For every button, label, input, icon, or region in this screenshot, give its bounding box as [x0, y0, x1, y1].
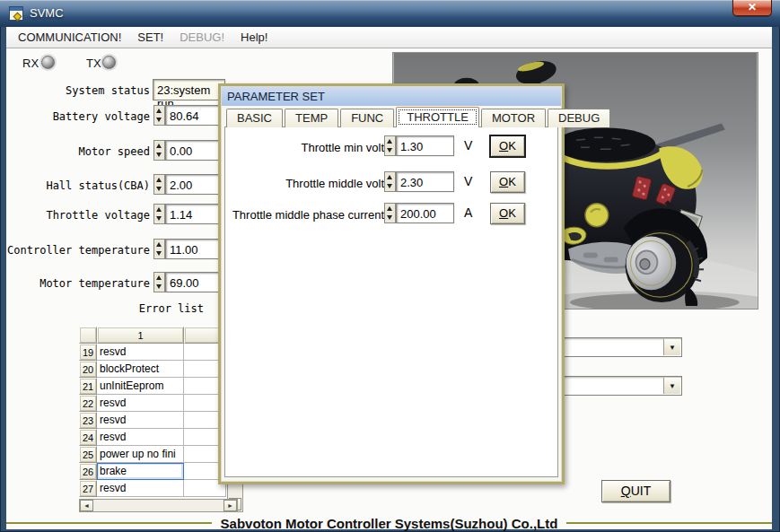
- tab-basic[interactable]: BASIC: [226, 109, 283, 127]
- throttle-middle-phase-current-value[interactable]: 200.00: [396, 203, 454, 223]
- throttle-middle-volt-unit: V: [464, 174, 472, 188]
- row-number: 24: [79, 429, 97, 446]
- scroll-left-icon[interactable]: ◄: [80, 500, 93, 511]
- footer-text: Sabvoton Motor Controller Systems(Suzhou…: [212, 516, 567, 531]
- table-row[interactable]: 23resvd: [79, 412, 226, 429]
- error-cell[interactable]: resvd: [97, 429, 184, 446]
- table-corner-cell: [79, 327, 97, 344]
- menu-bar: COMMUNICATION! SET! DEBUG! Help!: [6, 27, 772, 48]
- table-header-row: 1: [79, 327, 226, 344]
- throttle-middle-volt-label: Throttle middle volt: [223, 177, 384, 190]
- table-row[interactable]: 22resvd: [79, 395, 226, 412]
- motor-speed-spinner[interactable]: [153, 140, 165, 161]
- rx-led-icon: [41, 56, 55, 69]
- table-row[interactable]: 25power up no fini: [79, 446, 226, 463]
- system-status-value: 23:system run: [153, 79, 225, 100]
- table-horizontal-scrollbar[interactable]: ◄ ►: [79, 499, 238, 512]
- throttle-min-volt-spinner[interactable]: [384, 135, 396, 156]
- table-row[interactable]: 21unInitEeprom: [79, 378, 226, 395]
- error-cell[interactable]: blockProtect: [97, 361, 184, 378]
- throttle-min-volt-unit: V: [464, 138, 472, 153]
- menu-set[interactable]: SET!: [129, 28, 171, 47]
- throttle-min-volt-value[interactable]: 1.30: [396, 135, 454, 156]
- app-icon: [9, 6, 23, 21]
- table-row[interactable]: 27resvd: [79, 480, 226, 497]
- main-content: RX TX System status 23:system run Batter…: [6, 48, 772, 529]
- table-row[interactable]: 26brake: [79, 463, 226, 480]
- window-title: SVMC: [30, 6, 64, 20]
- throttle-middle-volt-value[interactable]: 2.30: [396, 171, 454, 192]
- error-list-title: Error list: [6, 302, 204, 315]
- menu-help[interactable]: Help!: [232, 28, 276, 47]
- close-icon[interactable]: ✕: [732, 0, 772, 16]
- throttle-middle-phase-current-ok-button[interactable]: OK: [490, 203, 525, 224]
- error-cell[interactable]: resvd: [97, 395, 184, 412]
- error-cell[interactable]: resvd: [97, 412, 184, 429]
- error-list-table[interactable]: 1 19resvd 20blockProtect 21unInitEeprom …: [79, 327, 226, 497]
- motor-speed-label: Motor speed: [6, 145, 150, 158]
- tx-label: TX: [86, 57, 101, 70]
- footer: Sabvoton Motor Controller Systems(Suzhou…: [6, 513, 772, 532]
- system-status-label: System status: [6, 84, 150, 97]
- motor-temperature-spinner[interactable]: [153, 272, 165, 292]
- throttle-middle-phase-current-label: Throttle middle phase current: [223, 208, 384, 222]
- hall-status-spinner[interactable]: [153, 174, 165, 195]
- tx-led-icon: [102, 56, 116, 69]
- footer-line-left: [6, 522, 212, 524]
- error-cell[interactable]: resvd: [97, 480, 184, 497]
- battery-voltage-spinner[interactable]: [153, 105, 165, 126]
- quit-button[interactable]: QUIT: [601, 480, 670, 502]
- parameter-set-dialog: PARAMETER SET BASIC TEMP FUNC THROTTLE M…: [218, 83, 565, 484]
- throttle-voltage-spinner[interactable]: [153, 204, 165, 224]
- controller-temperature-label: Controller temperature: [6, 244, 150, 257]
- throttle-min-volt-label: Throttle min volt: [223, 141, 384, 154]
- table-column-header[interactable]: 1: [97, 327, 184, 344]
- throttle-middle-phase-current-spinner[interactable]: [384, 203, 396, 223]
- chevron-down-icon[interactable]: ▼: [663, 378, 680, 394]
- row-number: 22: [79, 395, 97, 412]
- table-row[interactable]: 19resvd: [79, 344, 226, 361]
- ok-button-label: OK: [491, 139, 524, 153]
- ok-button-label: OK: [491, 206, 524, 220]
- selected-error-cell[interactable]: brake: [97, 463, 184, 480]
- throttle-middle-volt-spinner[interactable]: [384, 171, 396, 192]
- controller-temperature-spinner[interactable]: [153, 239, 165, 259]
- tab-debug[interactable]: DEBUG: [548, 109, 610, 127]
- error-cell[interactable]: resvd: [97, 344, 184, 361]
- quit-button-label: QUIT: [602, 484, 670, 498]
- row-number: 19: [79, 344, 97, 361]
- title-bar: SVMC ✕: [0, 0, 780, 27]
- row-number: 23: [79, 412, 97, 429]
- error-cell[interactable]: power up no fini: [97, 446, 184, 463]
- tab-func[interactable]: FUNC: [340, 109, 394, 127]
- tab-throttle[interactable]: THROTTLE: [396, 107, 479, 127]
- throttle-voltage-label: Throttle voltage: [6, 209, 150, 222]
- tab-motor[interactable]: MOTOR: [481, 109, 546, 127]
- row-number: 25: [79, 446, 97, 463]
- throttle-middle-volt-ok-button[interactable]: OK: [490, 171, 525, 193]
- rx-label: RX: [22, 57, 39, 70]
- table-row[interactable]: 24resvd: [79, 429, 226, 446]
- scroll-right-icon[interactable]: ►: [223, 500, 237, 511]
- row-number: 20: [79, 361, 97, 378]
- menu-debug: DEBUG!: [171, 28, 232, 47]
- motor-temperature-label: Motor temperature: [6, 277, 150, 290]
- row-number: 21: [79, 378, 97, 395]
- chevron-down-icon[interactable]: ▼: [663, 339, 680, 355]
- row-number: 26: [79, 463, 97, 480]
- battery-voltage-label: Battery voltage: [6, 110, 150, 123]
- hall-status-label: Hall status(CBA): [6, 179, 150, 192]
- footer-line-right: [566, 522, 772, 524]
- menu-communication[interactable]: COMMUNICATION!: [10, 28, 129, 47]
- row-number: 27: [79, 480, 97, 497]
- dialog-title-bar[interactable]: PARAMETER SET: [222, 87, 561, 106]
- tab-strip: BASIC TEMP FUNC THROTTLE MOTOR DEBUG: [226, 109, 610, 127]
- ok-button-label: OK: [491, 175, 524, 188]
- throttle-min-volt-ok-button[interactable]: OK: [490, 135, 525, 157]
- tab-temp[interactable]: TEMP: [285, 109, 338, 127]
- app-window: SVMC ✕ COMMUNICATION! SET! DEBUG! Help!: [0, 0, 780, 532]
- table-row[interactable]: 20blockProtect: [79, 361, 226, 378]
- error-cell[interactable]: unInitEeprom: [97, 378, 184, 395]
- throttle-middle-phase-current-unit: A: [464, 205, 472, 220]
